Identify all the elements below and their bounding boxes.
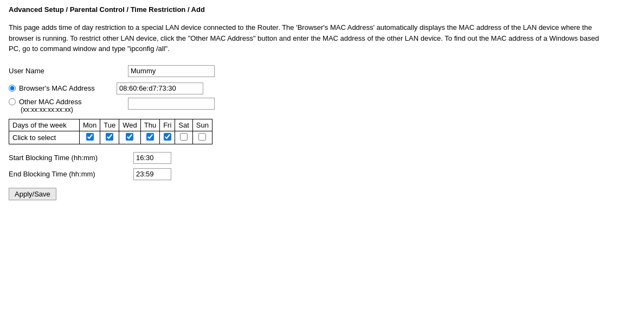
browser-mac-radio[interactable] [9,85,16,92]
checkbox-tue[interactable] [106,133,113,141]
page-description: This page adds time of day restriction t… [9,22,605,54]
days-row-label: Click to select [9,131,80,144]
checkbox-sat[interactable] [180,133,188,141]
other-mac-sublabel: (xx:xx:xx:xx:xx:xx) [21,106,128,113]
other-mac-label: Other MAC Address [19,98,82,106]
checkbox-wed[interactable] [126,133,133,141]
checkbox-sun[interactable] [198,133,206,141]
browser-mac-input[interactable] [117,83,203,94]
start-blocking-row: Start Blocking Time (hh:mm) [9,152,635,164]
other-mac-radio[interactable] [9,98,16,105]
days-header-sun: Sun [192,119,212,131]
days-header-label: Days of the week [9,119,80,131]
checkbox-thu[interactable] [146,133,154,141]
other-mac-input[interactable] [128,98,215,110]
username-label: User Name [9,67,128,75]
end-blocking-input[interactable] [133,168,171,180]
other-mac-row: Other MAC Address (xx:xx:xx:xx:xx:xx) [9,98,635,113]
apply-save-button[interactable]: Apply/Save [9,188,56,200]
days-header-thu: Thu [140,119,159,131]
checkbox-mon[interactable] [86,133,94,141]
days-header-fri: Fri [160,119,175,131]
days-header-mon: Mon [80,119,100,131]
browser-mac-row: Browser's MAC Address [9,83,635,94]
start-blocking-input[interactable] [133,152,171,164]
breadcrumb: Advanced Setup / Parental Control / Time… [9,5,635,14]
username-row: User Name [9,65,635,77]
days-table: Days of the week Mon Tue Wed Thu Fri Sat… [9,119,212,144]
days-header-wed: Wed [119,119,141,131]
start-blocking-label: Start Blocking Time (hh:mm) [9,154,133,162]
days-header-sat: Sat [175,119,193,131]
days-header-tue: Tue [100,119,119,131]
end-blocking-label: End Blocking Time (hh:mm) [9,170,133,178]
end-blocking-row: End Blocking Time (hh:mm) [9,168,635,180]
browser-mac-label: Browser's MAC Address [19,84,111,92]
username-input[interactable] [128,65,215,77]
checkbox-fri[interactable] [164,133,171,141]
